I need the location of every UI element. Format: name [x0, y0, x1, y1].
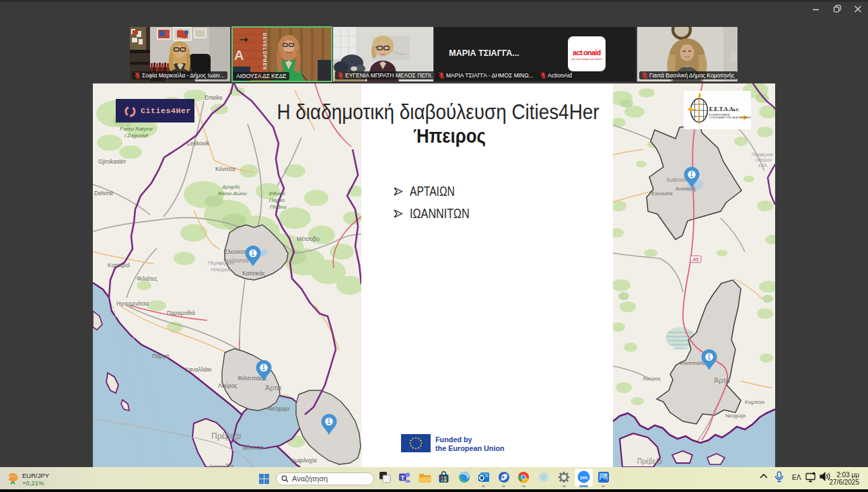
svg-text:Ελεούσα: Ελεούσα [651, 190, 673, 197]
svg-text:Erseke: Erseke [205, 94, 223, 101]
svg-text:Πρέβεζα: Πρέβεζα [637, 458, 662, 466]
svg-text:Άρτα: Άρτα [265, 384, 282, 392]
svg-text:Ελεούσα: Ελεούσα [224, 248, 246, 255]
svg-text:Konispol: Konispol [108, 262, 130, 269]
svg-text:Ηγουμενίτσα: Ηγουμενίτσα [116, 300, 149, 307]
svg-text:Ανατολή: Ανατολή [676, 186, 696, 192]
svg-text:ΕΛΛΗΝΙΚΗ ΕΤΑΙΡΕΙΑ: ΕΛΛΗΝΙΚΗ ΕΤΑΙΡΕΙΑ [709, 114, 730, 116]
svg-text:Ε.Ε.Τ.Α.Α.: Ε.Ε.Τ.Α.Α. [709, 106, 735, 112]
svg-text:κ.λπ.: κ.λπ. [758, 163, 768, 168]
svg-text:ΕΛ: ΕΛ [792, 474, 801, 481]
svg-text:Περιφέρεια: Περιφέρεια [752, 152, 773, 157]
svg-text:Ηπείρου: Ηπείρου [211, 267, 231, 273]
svg-text:A: A [234, 48, 244, 63]
svg-text:DEVELOPMEN: DEVELOPMEN [262, 33, 267, 71]
svg-text:Νεοχώρι: Νεοχώρι [268, 405, 289, 412]
svg-text:Πρέβεζα: Πρέβεζα [211, 431, 242, 441]
svg-text:Βόνιτσα: Βόνιτσα [243, 444, 263, 451]
svg-text:Αμφιλοχία: Αμφιλοχία [291, 457, 317, 464]
svg-text:Βίκου-Αώου: Βίκου-Αώου [218, 190, 248, 197]
svg-text:Κόνιτσα: Κόνιτσα [215, 166, 236, 172]
svg-text:Κομπότι: Κομπότι [745, 399, 764, 405]
svg-text:Delvinë: Delvinë [94, 190, 114, 197]
svg-text:Φιλιάτες: Φιλιάτες [137, 275, 157, 282]
svg-text:Κατσικάς: Κατσικάς [242, 270, 265, 277]
svg-text:Δρυμός: Δρυμός [221, 184, 240, 190]
svg-text:Leskovik: Leskovik [187, 140, 210, 147]
svg-text:Εθνικό: Εθνικό [269, 190, 285, 197]
svg-text:zm: zm [580, 475, 587, 481]
svg-text:Καναλλάκι: Καναλλάκι [185, 366, 211, 373]
svg-text:Νεοχώρι: Νεοχώρι [725, 413, 746, 419]
svg-text:i Zagorisë: i Zagorisë [124, 133, 149, 139]
svg-text:Πάργα: Πάργα [152, 353, 169, 359]
svg-text:ΤΟΠΙΚΗΣ ΑΝΑΠΤΥΞΗΣ ΚΑΙ ΑΥΤΟΔΙΟΙ: ΤΟΠΙΚΗΣ ΑΝΑΠΤΥΞΗΣ ΚΑΙ ΑΥΤΟΔΙΟΙΚΗΣΗΣ [709, 116, 751, 119]
svg-text:Φιλιππιάδα: Φιλιππιάδα [679, 360, 707, 366]
svg-text:Parku Natyror: Parku Natyror [120, 126, 153, 132]
svg-text:Περιφέρεια: Περιφέρεια [208, 260, 234, 266]
svg-text:A5: A5 [693, 257, 699, 262]
svg-text:Gjirokastër: Gjirokastër [98, 158, 126, 165]
svg-text:Α.Ε.: Α.Ε. [733, 108, 740, 112]
svg-text:Παραμυθιά: Παραμυθιά [167, 310, 195, 316]
svg-text:Άρτα: Άρτα [714, 376, 731, 384]
svg-text:Λούρος: Λούρος [643, 376, 661, 382]
svg-text:Πάρκο: Πάρκο [269, 197, 285, 203]
svg-text:Πίνδου: Πίνδου [270, 204, 287, 210]
svg-text:Λούρος: Λούρος [218, 382, 238, 389]
svg-text:T: T [401, 475, 405, 481]
svg-text:Μέτσοβο: Μέτσοβο [297, 236, 320, 242]
svg-text:Ηπείρου: Ηπείρου [756, 157, 772, 163]
